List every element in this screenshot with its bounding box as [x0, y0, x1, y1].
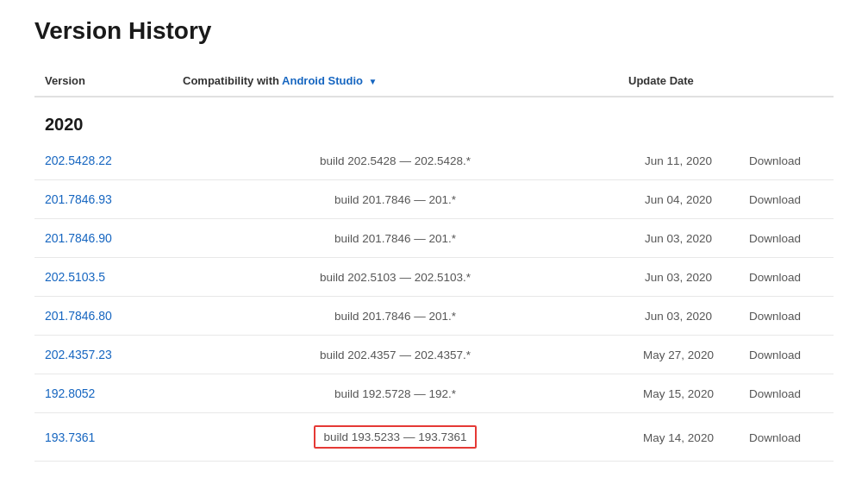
action-cell: Download: [739, 374, 834, 413]
download-link[interactable]: Download: [749, 193, 801, 206]
col-header-action: [739, 66, 834, 97]
table-row: 201.7846.80 build 201.7846 — 201.* Jun 0…: [34, 297, 834, 336]
download-link[interactable]: Download: [749, 271, 801, 284]
version-link[interactable]: 201.7846.90: [45, 231, 112, 245]
version-cell: 201.7846.93: [34, 180, 172, 219]
version-link[interactable]: 192.8052: [45, 386, 95, 400]
table-row: 193.7361 build 193.5233 — 193.7361 May 1…: [34, 413, 834, 462]
action-cell: Download: [739, 219, 834, 258]
version-link[interactable]: 193.7361: [45, 430, 95, 444]
date-cell: Jun 03, 2020: [618, 219, 739, 258]
download-link[interactable]: Download: [749, 349, 801, 361]
compat-column-cell: build 201.7846 — 201.*: [172, 297, 618, 336]
version-cell: 201.7846.90: [34, 219, 172, 258]
date-cell: May 27, 2020: [618, 336, 739, 374]
date-cell: Jun 03, 2020: [618, 297, 739, 336]
download-link[interactable]: Download: [749, 232, 801, 245]
date-cell: Jun 03, 2020: [618, 258, 739, 297]
action-cell: Download: [739, 413, 834, 462]
version-link[interactable]: 202.5428.22: [45, 154, 112, 167]
table-row: 201.7846.93 build 201.7846 — 201.* Jun 0…: [34, 180, 834, 219]
version-link[interactable]: 202.5103.5: [45, 270, 105, 284]
action-cell: Download: [739, 297, 834, 336]
compat-column-cell: build 202.4357 — 202.4357.*: [172, 336, 618, 374]
table-row: 202.4357.23 build 202.4357 — 202.4357.* …: [34, 336, 834, 374]
compat-cell: build 201.7846 — 201.*: [334, 310, 456, 323]
table-row: 201.7846.90 build 201.7846 — 201.* Jun 0…: [34, 219, 834, 258]
date-cell: Jun 04, 2020: [618, 180, 739, 219]
col-header-version: Version: [34, 66, 172, 97]
version-link[interactable]: 201.7846.93: [45, 192, 112, 206]
compat-cell: build 201.7846 — 201.*: [334, 193, 456, 206]
compat-cell: build 202.4357 — 202.4357.*: [320, 349, 471, 361]
compat-cell-highlighted: build 193.5233 — 193.7361: [314, 425, 478, 449]
chevron-down-icon: ▼: [369, 77, 378, 86]
download-link[interactable]: Download: [749, 387, 801, 400]
date-cell: May 15, 2020: [618, 374, 739, 413]
download-link[interactable]: Download: [749, 154, 801, 167]
action-cell: Download: [739, 141, 834, 180]
table-row: 202.5103.5 build 202.5103 — 202.5103.* J…: [34, 258, 834, 297]
page-title: Version History: [34, 17, 834, 45]
compat-cell: build 202.5428 — 202.5428.*: [320, 154, 471, 167]
compat-cell: build 201.7846 — 201.*: [334, 232, 456, 245]
version-cell: 202.4357.23: [34, 336, 172, 374]
version-cell: 201.7846.80: [34, 297, 172, 336]
version-cell: 193.7361: [34, 413, 172, 462]
date-cell: May 14, 2020: [618, 413, 739, 462]
download-link[interactable]: Download: [749, 310, 801, 323]
compat-column-cell: build 202.5103 — 202.5103.*: [172, 258, 618, 297]
action-cell: Download: [739, 180, 834, 219]
version-cell: 202.5428.22: [34, 141, 172, 180]
compat-column-cell: build 201.7846 — 201.*: [172, 219, 618, 258]
table-row: 202.5428.22 build 202.5428 — 202.5428.* …: [34, 141, 834, 180]
year-group-row: 2020: [34, 97, 834, 141]
compat-column-cell: build 201.7846 — 201.*: [172, 180, 618, 219]
download-link[interactable]: Download: [749, 431, 801, 444]
col-header-date: Update Date: [618, 66, 739, 97]
android-studio-filter-link[interactable]: Android Studio: [282, 74, 363, 87]
compat-cell: build 192.5728 — 192.*: [334, 387, 456, 400]
version-table: Version Compatibility with Android Studi…: [34, 66, 834, 462]
col-header-compat: Compatibility with Android Studio ▼: [172, 66, 618, 97]
compat-column-cell: build 202.5428 — 202.5428.*: [172, 141, 618, 180]
version-link[interactable]: 201.7846.80: [45, 309, 112, 323]
compat-column-cell: build 193.5233 — 193.7361: [172, 413, 618, 462]
version-cell: 202.5103.5: [34, 258, 172, 297]
version-cell: 192.8052: [34, 374, 172, 413]
table-row: 192.8052 build 192.5728 — 192.* May 15, …: [34, 374, 834, 413]
version-link[interactable]: 202.4357.23: [45, 348, 112, 361]
compat-cell: build 202.5103 — 202.5103.*: [320, 271, 471, 284]
action-cell: Download: [739, 336, 834, 374]
date-cell: Jun 11, 2020: [618, 141, 739, 180]
compat-column-cell: build 192.5728 — 192.*: [172, 374, 618, 413]
action-cell: Download: [739, 258, 834, 297]
